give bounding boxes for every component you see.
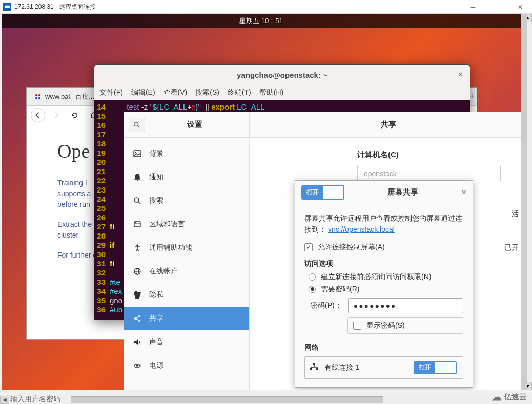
power-icon xyxy=(133,361,142,370)
computer-name-field[interactable]: openstack xyxy=(357,165,501,182)
terminal-close-icon[interactable]: × xyxy=(458,70,463,79)
rdp-title: 172.31.208.31 - 远程桌面连接 xyxy=(14,3,96,11)
sidebar-item-online[interactable]: 在线帐户 xyxy=(124,260,249,283)
forward-button[interactable] xyxy=(49,108,64,122)
svg-point-11 xyxy=(134,198,139,202)
maximize-button[interactable]: ☐ xyxy=(485,0,508,14)
settings-nav-list: 背景通知搜索区域和语言通用辅助功能在线帐户隐私共享声音电源 xyxy=(124,138,249,381)
svg-point-4 xyxy=(35,97,37,99)
reload-button[interactable] xyxy=(68,108,82,122)
sidebar-item-share[interactable]: 共享 xyxy=(124,307,249,330)
line-number: 24 xyxy=(94,195,110,204)
network-toggle-handle xyxy=(435,362,456,373)
sidebar-item-globe[interactable]: 区域和语言 xyxy=(124,212,249,236)
online-icon xyxy=(133,267,142,276)
network-toggle-on-label: 打开 xyxy=(415,362,435,373)
network-section-title: 网络 xyxy=(304,343,463,352)
line-number: 16 xyxy=(94,121,110,130)
terminal-titlebar[interactable]: yangchao@openstack: ~ × xyxy=(94,65,470,85)
sharing-master-toggle[interactable]: 打开 xyxy=(301,185,344,200)
svg-rect-27 xyxy=(136,365,138,367)
toggle-on-label: 打开 xyxy=(302,186,323,199)
back-button[interactable] xyxy=(31,108,45,122)
computer-name-label: 计算机名(C) xyxy=(357,150,506,160)
svg-point-16 xyxy=(136,244,138,246)
line-number: 29 xyxy=(94,241,110,250)
code-content: if xyxy=(110,241,114,250)
baidu-favicon-icon xyxy=(34,93,42,101)
sidebar-item-accessibility[interactable]: 通用辅助功能 xyxy=(124,236,249,260)
dialog-close-button[interactable]: × xyxy=(462,188,466,197)
sidebar-item-search[interactable]: 搜索 xyxy=(124,189,249,212)
minimize-button[interactable]: ─ xyxy=(461,0,485,14)
screen-sharing-dialog: 打开 屏幕共享 × 屏幕共享允许远程用户查看或控制您的屏幕通过连接到： vnc:… xyxy=(295,180,473,388)
menu-file[interactable]: 文件(F) xyxy=(99,88,123,97)
rdp-icon xyxy=(3,3,11,11)
svg-point-3 xyxy=(38,94,40,96)
line-number: 18 xyxy=(94,139,110,148)
line-number: 25 xyxy=(94,204,110,213)
radio-ask-row[interactable]: 建立新连接前必须询问访问权限(N) xyxy=(309,272,463,282)
line-number: 33 xyxy=(94,278,110,287)
sidebar-item-privacy[interactable]: 隐私 xyxy=(124,283,249,307)
code-content: #ub xyxy=(110,305,122,314)
code-content: fi xyxy=(110,222,114,231)
radio-password-row[interactable]: 需要密码(R) xyxy=(309,285,463,294)
menu-edit[interactable]: 编辑(E) xyxy=(131,88,155,97)
sidebar-item-label: 共享 xyxy=(149,314,163,323)
menu-view[interactable]: 查看(V) xyxy=(163,88,188,97)
show-password-label: 显示密码(S) xyxy=(366,321,405,330)
sidebar-item-power[interactable]: 电源 xyxy=(124,354,249,377)
rdp-titlebar: 172.31.208.31 - 远程桌面连接 ─ ☐ ✕ xyxy=(0,0,532,14)
ubuntu-topbar[interactable]: 星期五 10：51 xyxy=(2,14,521,28)
allow-control-row[interactable]: 允许连接控制屏幕(A) xyxy=(304,243,463,252)
network-connection-name: 有线连接 1 xyxy=(324,363,359,372)
show-password-row[interactable]: 显示密码(S) xyxy=(347,317,463,334)
sidebar-item-label: 背景 xyxy=(149,149,163,158)
dialog-description: 屏幕共享允许远程用户查看或控制您的屏幕通过连接到： vnc://openstac… xyxy=(304,212,463,236)
svg-point-10 xyxy=(137,180,138,181)
radio-require-password[interactable] xyxy=(309,286,316,293)
settings-sidebar-header: 设置 xyxy=(124,112,249,138)
svg-rect-1 xyxy=(5,5,10,6)
code-content: fi xyxy=(110,259,114,268)
settings-search-button[interactable] xyxy=(129,118,145,132)
browser-tab[interactable]: www.bai._百度... xyxy=(29,89,99,104)
sidebar-item-background[interactable]: 背景 xyxy=(124,142,249,165)
svg-point-6 xyxy=(134,122,138,126)
terminal-menubar: 文件(F) 编辑(E) 查看(V) 搜索(S) 终端(T) 帮助(H) xyxy=(94,85,470,100)
allow-control-checkbox[interactable] xyxy=(304,243,313,251)
browser-tab-title: www.bai._百度... xyxy=(45,92,94,101)
scroll-left-arrow[interactable]: ◀ xyxy=(0,396,9,404)
allow-control-label: 允许连接控制屏幕(A) xyxy=(318,243,385,252)
svg-line-24 xyxy=(136,319,139,320)
code-content: test -z "${LC_ALL+x}" || export LC_ALL xyxy=(110,102,264,112)
menu-search[interactable]: 搜索(S) xyxy=(195,88,219,97)
rdp-window-controls: ─ ☐ ✕ xyxy=(461,0,532,14)
radio-ask-permission[interactable] xyxy=(309,273,316,281)
sidebar-item-label: 搜索 xyxy=(149,196,163,205)
scroll-thumb[interactable] xyxy=(71,396,383,403)
network-connection-toggle[interactable]: 打开 xyxy=(414,361,457,374)
radio-ask-label: 建立新连接前必须询问访问权限(N) xyxy=(321,272,431,282)
share-icon xyxy=(133,314,142,323)
vnc-link[interactable]: vnc://openstack.local xyxy=(328,225,395,233)
svg-line-12 xyxy=(138,202,140,204)
sidebar-item-bell[interactable]: 通知 xyxy=(124,165,249,189)
menu-terminal[interactable]: 终端(T) xyxy=(228,88,251,97)
dialog-header: 打开 屏幕共享 × xyxy=(295,181,473,204)
line-number: 17 xyxy=(94,130,110,139)
search-icon xyxy=(133,196,142,205)
password-input[interactable]: ●●●●●●●● xyxy=(348,298,463,313)
close-button[interactable]: ✕ xyxy=(508,0,532,14)
sidebar-item-label: 通用辅助功能 xyxy=(149,243,192,252)
menu-help[interactable]: 帮助(H) xyxy=(259,88,283,97)
password-label: 密码(P)： xyxy=(311,301,342,310)
sidebar-item-label: 在线帐户 xyxy=(149,267,178,276)
show-password-checkbox[interactable] xyxy=(353,322,361,330)
sidebar-item-sound[interactable]: 声音 xyxy=(124,330,249,354)
line-number: 23 xyxy=(94,185,110,195)
password-row: 密码(P)： ●●●●●●●● xyxy=(311,298,463,313)
outer-horizontal-scrollbar[interactable]: ◀ xyxy=(0,395,532,404)
svg-point-2 xyxy=(35,94,37,96)
